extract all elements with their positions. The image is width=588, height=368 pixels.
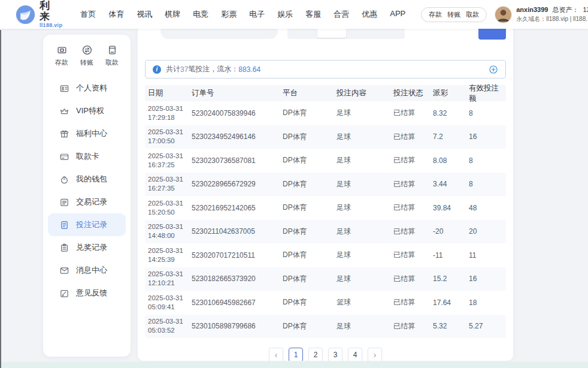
cell-content: 足球 — [337, 274, 393, 284]
gift-icon — [59, 129, 69, 139]
cell-valid-amount: 5.27 — [469, 322, 506, 330]
assets-label: 总资产： — [552, 5, 578, 14]
cell-platform: DP体育 — [283, 155, 337, 165]
pagination-page-2[interactable]: 2 — [308, 348, 323, 361]
crown-icon — [59, 106, 69, 116]
sidebar-item-feedback[interactable]: 意见反馈 — [48, 282, 126, 304]
permanent-domain: 永久域名：ll188.vip | ll188.... — [516, 15, 588, 23]
sidebar-item-withdraw-card[interactable]: 取款卡 — [48, 145, 126, 168]
cell-payout: 8.08 — [433, 156, 469, 165]
transfer-icon — [81, 44, 93, 56]
sidebar-item-label: 福利中心 — [76, 128, 107, 139]
sidebar-item-welfare[interactable]: 福利中心 — [48, 122, 126, 145]
cell-valid-amount: 8 — [469, 109, 506, 117]
cell-platform: DP体育 — [283, 203, 337, 213]
summary-bar: i 共计 37 笔投注，流水： 883.64 — [145, 60, 506, 79]
quick-action-transfer[interactable]: 转账 — [80, 44, 93, 67]
pagination-page-1[interactable]: 1 — [289, 348, 303, 361]
sidebar-item-prize-records[interactable]: 兑奖记录 — [48, 236, 126, 259]
cell-status: 已结算 — [393, 297, 433, 307]
sidebar-item-vip[interactable]: VIP特权 — [48, 99, 126, 122]
quick-action-deposit[interactable]: 存款 — [55, 44, 68, 67]
cell-date: 2025-03-3115:20:50 — [145, 199, 192, 217]
sidebar-item-wallet[interactable]: 我的钱包 — [48, 168, 126, 191]
cell-date: 2025-03-3114:25:39 — [145, 246, 192, 264]
brand-logo[interactable]: 利 来 ll188.vip — [16, 1, 62, 28]
cell-platform: DP体育 — [283, 250, 337, 260]
plus-circle-icon[interactable] — [489, 65, 498, 74]
table-row: 2025-03-3112:10:215230182665373920DP体育足球… — [145, 267, 506, 291]
feedback-pen-icon — [59, 288, 69, 298]
cell-payout: 17.64 — [433, 298, 469, 307]
summary-prefix: 共计 — [166, 64, 180, 74]
pagination-page-4[interactable]: 4 — [348, 348, 362, 361]
nav-item[interactable]: 客服 — [305, 9, 321, 20]
sidebar-item-label: 取款卡 — [76, 151, 99, 162]
nav-item[interactable]: APP — [390, 9, 405, 20]
sidebar-item-bet-records[interactable]: 投注记录 — [48, 213, 126, 236]
pagination-next-button[interactable]: › — [368, 348, 382, 361]
table-header-row: 日期订单号平台投注内容投注状态派彩有效投注额 — [145, 85, 506, 101]
sidebar-item-profile[interactable]: 个人资料 — [48, 77, 126, 99]
withdraw-icon — [107, 44, 118, 56]
bank-card-icon — [59, 152, 69, 162]
sidebar-item-messages[interactable]: 消息中心 — [48, 259, 126, 282]
cell-date: 2025-03-3105:03:52 — [145, 317, 192, 335]
sidebar-item-transactions[interactable]: 交易记录 — [48, 191, 126, 213]
quick-action-withdraw[interactable]: 取款 — [105, 44, 119, 67]
cell-content: 足球 — [337, 227, 393, 237]
nav-item[interactable]: 电子 — [249, 9, 265, 20]
cell-platform: DP体育 — [283, 297, 337, 307]
cell-payout: -11 — [433, 251, 469, 260]
nav-item[interactable]: 棋牌 — [165, 9, 180, 20]
cell-valid-amount: 18 — [469, 298, 506, 307]
sidebar: 存款转账取款 个人资料VIP特权福利中心取款卡我的钱包交易记录投注记录兑奖记录消… — [43, 35, 131, 357]
nav-item[interactable]: 优惠 — [362, 9, 377, 20]
pagination-prev-button[interactable]: ‹ — [269, 348, 283, 361]
wallet-icon — [59, 174, 69, 185]
cell-valid-amount: 48 — [469, 204, 506, 212]
main-panel: i 共计 37 笔投注，流水： 883.64 日期订单号平台投注内容投注状态派彩… — [138, 24, 513, 361]
cell-content: 足球 — [337, 250, 393, 260]
cell-payout: 5.32 — [433, 322, 469, 330]
cell-status: 已结算 — [393, 227, 433, 237]
cell-status: 已结算 — [393, 108, 433, 118]
nav-item[interactable]: 合营 — [334, 9, 349, 20]
pill-withdraw-button[interactable]: 取款 — [466, 10, 479, 19]
sidebar-item-label: 交易记录 — [76, 197, 107, 207]
brand-domain: ll188.vip — [40, 22, 62, 28]
cell-date: 2025-03-3117:29:18 — [145, 104, 192, 122]
avatar[interactable] — [495, 6, 512, 23]
nav-item[interactable]: 视讯 — [137, 9, 152, 20]
cell-status: 已结算 — [393, 132, 433, 142]
cell-platform: DP体育 — [283, 108, 337, 118]
nav-item[interactable]: 首页 — [80, 9, 96, 20]
quick-action-label: 转账 — [80, 58, 93, 67]
pill-deposit-button[interactable]: 存款 — [429, 10, 442, 19]
nav-item[interactable]: 电竞 — [193, 9, 208, 20]
cell-order: 5230105898799686 — [192, 322, 283, 330]
column-header: 派彩 — [433, 88, 469, 98]
clipboard-icon — [59, 243, 69, 253]
pagination-page-3[interactable]: 3 — [328, 348, 343, 361]
cell-platform: DP体育 — [283, 227, 337, 237]
assets-value: 1363.49元 — [583, 5, 588, 14]
nav-item[interactable]: 娱乐 — [277, 9, 293, 20]
pill-transfer-button[interactable]: 转账 — [447, 10, 460, 19]
column-header: 日期 — [145, 88, 192, 98]
cell-payout: 8.32 — [433, 109, 469, 117]
column-header: 投注内容 — [337, 88, 393, 98]
quick-action-label: 取款 — [105, 58, 119, 67]
table-row: 2025-03-3114:25:395230207017210511DP体育足球… — [145, 243, 506, 267]
table-row: 2025-03-3114:48:005230211042637005DP体育足球… — [145, 220, 506, 244]
quick-action-label: 存款 — [55, 58, 68, 67]
nav-item[interactable]: 体育 — [108, 9, 124, 20]
cell-content: 足球 — [337, 108, 393, 118]
cell-order: 5230216952142065 — [192, 204, 283, 212]
cell-order: 5230207017210511 — [192, 251, 283, 260]
window-left-edge — [0, 30, 1, 368]
cell-date: 2025-03-3114:48:00 — [145, 222, 192, 240]
nav-item[interactable]: 彩票 — [221, 9, 237, 20]
username[interactable]: anxin3399 — [516, 6, 548, 13]
cell-content: 足球 — [337, 203, 393, 213]
